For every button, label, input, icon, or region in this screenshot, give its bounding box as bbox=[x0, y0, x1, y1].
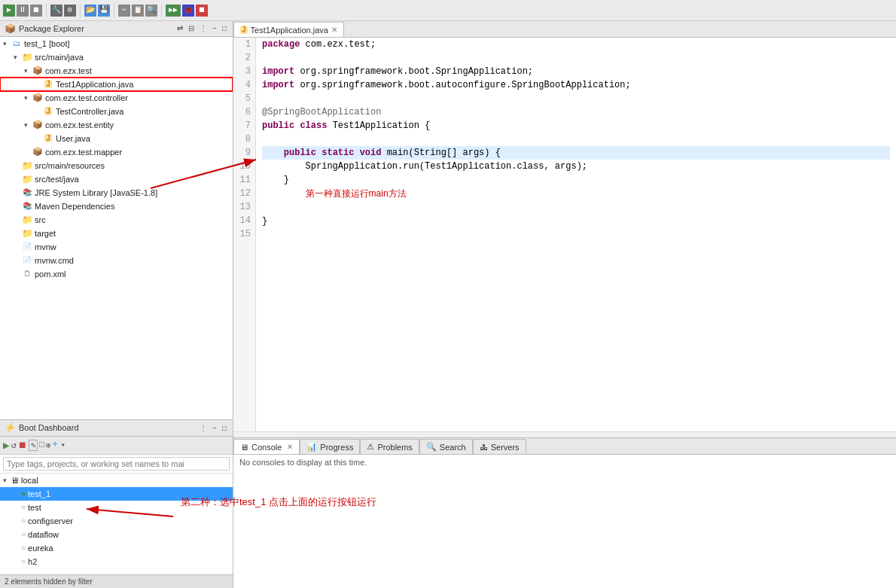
pkg-sync-btn[interactable]: ⇄ bbox=[175, 23, 184, 33]
pkg-menu-btn[interactable]: ⋮ bbox=[198, 23, 209, 33]
boot-filter-area bbox=[0, 455, 233, 474]
toolbar-icon-9[interactable]: 📋 bbox=[132, 5, 144, 17]
boot-min-btn[interactable]: − bbox=[211, 423, 218, 433]
pkg-tree-item-jre-system-library[interactable]: 📚JRE System Library [JavaSE-1.8] bbox=[0, 186, 233, 200]
boot-tree-item-configserver-boot[interactable]: ○configserver bbox=[0, 514, 233, 528]
pkg-tree-item-pom-xml[interactable]: 🗒pom.xml bbox=[0, 267, 233, 281]
console-tab-search[interactable]: 🔍Search bbox=[419, 439, 473, 454]
code-line-4: import org.springframework.boot.autoconf… bbox=[262, 78, 890, 92]
toolbar-icon-run[interactable]: ▶▶ bbox=[166, 5, 181, 17]
boot-tree-item-local-group[interactable]: ▾🖥local bbox=[0, 474, 233, 487]
pkg-tree-item-com-ezx-test-entity[interactable]: ▾📦com.ezx.test.entity bbox=[0, 118, 233, 132]
line-number-8: 8 bbox=[238, 133, 251, 146]
main-toolbar: ▶ ⏸ ⏹ 🔧 ⚙ 📂 💾 ✂ 📋 🔍 ▶▶ 🐞 ⏹ bbox=[0, 0, 896, 21]
package-explorer-title-area: 📦 Package Explorer bbox=[5, 23, 84, 34]
boot-tree-item-dataflow-boot[interactable]: ○dataflow bbox=[0, 528, 233, 541]
console-tab-progress[interactable]: 📊Progress bbox=[300, 439, 360, 454]
tree-label: com.ezx.test bbox=[45, 66, 92, 75]
pkg-tree-item-mvnw-cmd-file[interactable]: 📄mvnw.cmd bbox=[0, 254, 233, 267]
toolbar-icon-debug[interactable]: 🐞 bbox=[182, 5, 194, 17]
pkg-tree-item-src-main-java[interactable]: ▾📁src/main/java bbox=[0, 50, 233, 64]
editor-h-scrollbar[interactable] bbox=[233, 431, 896, 437]
code-line-8 bbox=[262, 133, 890, 146]
editor-tab-close[interactable]: ✕ bbox=[331, 26, 337, 34]
pkg-tree-item-test-controller-java[interactable]: JTestController.java bbox=[0, 105, 233, 118]
code-content[interactable]: package com.ezx.test; import org.springf… bbox=[256, 38, 896, 431]
pkg-tree-item-user-java[interactable]: JUser.java bbox=[0, 132, 233, 145]
pkg-tree-item-src-main-resources[interactable]: 📁src/main/resources bbox=[0, 159, 233, 172]
boot-stop-btn[interactable]: ⏹ bbox=[18, 440, 27, 451]
line-number-1: 1 bbox=[238, 38, 251, 51]
boot-more-btn[interactable]: ▾ bbox=[59, 440, 67, 450]
pkg-tree-item-target-folder[interactable]: 📁target bbox=[0, 227, 233, 240]
pkg-min-btn[interactable]: − bbox=[211, 23, 218, 33]
console-tab-label: Servers bbox=[491, 443, 520, 452]
tree-arrow: ▾ bbox=[14, 53, 21, 61]
pkg-tree-item-maven-dependencies[interactable]: 📚Maven Dependencies bbox=[0, 200, 233, 213]
console-tab-problems[interactable]: ⚠Problems bbox=[360, 439, 419, 454]
toolbar-icon-5[interactable]: ⚙ bbox=[64, 5, 76, 17]
tree-label: com.ezx.test.controller bbox=[45, 93, 128, 102]
boot-tree-item-test-boot[interactable]: ○test bbox=[0, 501, 233, 514]
code-editor[interactable]: 123456789101112131415 package com.ezx.te… bbox=[233, 38, 896, 431]
toolbar-sep-1 bbox=[46, 4, 47, 17]
pkg-tree-item-test1-java[interactable]: JTest1Application.java bbox=[0, 78, 233, 91]
pkg-tree-item-com-ezx-test-mapper[interactable]: 📦com.ezx.test.mapper bbox=[0, 145, 233, 159]
boot-tree-item-eureka-boot[interactable]: ○eureka bbox=[0, 541, 233, 555]
tree-arrow: ▾ bbox=[24, 94, 32, 102]
tree-label: pom.xml bbox=[35, 270, 66, 279]
pkg-tree-item-com-ezx-test-controller[interactable]: ▾📦com.ezx.test.controller bbox=[0, 91, 233, 105]
pkg-tree-item-com-ezx-test[interactable]: ▾📦com.ezx.test bbox=[0, 64, 233, 78]
pkg-max-btn[interactable]: □ bbox=[221, 23, 228, 33]
console-tab-servers[interactable]: 🖧Servers bbox=[473, 439, 526, 454]
tree-arrow: ▾ bbox=[24, 121, 32, 129]
package-explorer-tree[interactable]: ▾🗂test_1 [boot]▾📁src/main/java▾📦com.ezx.… bbox=[0, 37, 233, 419]
pkg-tree-item-src-folder[interactable]: 📁src bbox=[0, 213, 233, 227]
tree-label: src/main/resources bbox=[35, 161, 105, 170]
boot-run-btn[interactable]: ▶ bbox=[3, 439, 9, 452]
toolbar-icon-stop[interactable]: ⏹ bbox=[196, 5, 208, 17]
line-number-2: 2 bbox=[238, 51, 251, 65]
boot-menu-btn[interactable]: ⋮ bbox=[198, 423, 209, 433]
editor-tab-test1[interactable]: J Test1Application.java ✕ bbox=[233, 22, 344, 37]
boot-tree-label: test bbox=[28, 503, 41, 512]
boot-max-btn[interactable]: □ bbox=[221, 423, 228, 433]
pkg-tree-item-test1-project[interactable]: ▾🗂test_1 [boot] bbox=[0, 37, 233, 50]
toolbar-icon-6[interactable]: 📂 bbox=[84, 5, 96, 17]
boot-tree-item-test1-boot[interactable]: ●test_1 bbox=[0, 487, 233, 501]
pkg-tree-item-mvnw-file[interactable]: 📄mvnw bbox=[0, 240, 233, 254]
line-number-9: 9 bbox=[238, 146, 251, 160]
boot-console-btn[interactable]: □ bbox=[39, 440, 44, 449]
code-line-13 bbox=[262, 201, 890, 215]
boot-add-btn[interactable]: + bbox=[53, 440, 58, 450]
toolbar-icon-1[interactable]: ▶ bbox=[3, 5, 15, 17]
boot-restart-btn[interactable]: ↺ bbox=[11, 440, 16, 451]
toolbar-icon-7[interactable]: 💾 bbox=[98, 5, 110, 17]
console-tab-console[interactable]: 🖥Console✕ bbox=[233, 439, 300, 454]
toolbar-icon-10[interactable]: 🔍 bbox=[145, 5, 157, 17]
boot-dashboard-tree[interactable]: ▾🖥local●test_1○test○configserver○dataflo… bbox=[0, 474, 233, 574]
package-explorer-icon: 📦 bbox=[5, 23, 16, 34]
boot-filter-input[interactable] bbox=[3, 457, 230, 471]
console-tab-close[interactable]: ✕ bbox=[287, 443, 293, 451]
code-line-15 bbox=[262, 228, 890, 242]
tree-label: User.java bbox=[56, 134, 90, 143]
line-number-6: 6 bbox=[238, 105, 251, 119]
toolbar-icon-8[interactable]: ✂ bbox=[118, 5, 130, 17]
pkg-collapse-btn[interactable]: ⊟ bbox=[187, 23, 196, 33]
pkg-tree-item-src-test-java[interactable]: 📁src/test/java bbox=[0, 172, 233, 186]
toolbar-icon-4[interactable]: 🔧 bbox=[50, 5, 62, 17]
boot-open-btn[interactable]: ✎ bbox=[29, 440, 38, 451]
boot-connect-btn[interactable]: ⊕ bbox=[46, 440, 51, 450]
boot-tree-item-h2-boot[interactable]: ○h2 bbox=[0, 555, 233, 568]
toolbar-icon-2[interactable]: ⏸ bbox=[17, 5, 29, 17]
tree-label: src bbox=[35, 215, 46, 224]
console-tab-label: Console bbox=[251, 443, 282, 452]
tree-label: TestController.java bbox=[56, 107, 124, 116]
console-tab-icon: ⚠ bbox=[367, 442, 374, 452]
status-stopped-icon: ○ bbox=[21, 516, 26, 525]
editor-tab-title: Test1Application.java bbox=[251, 26, 328, 35]
code-line-3: import org.springframework.boot.SpringAp… bbox=[262, 65, 890, 78]
toolbar-icon-3[interactable]: ⏹ bbox=[30, 5, 42, 17]
package-explorer-title: Package Explorer bbox=[19, 24, 84, 33]
